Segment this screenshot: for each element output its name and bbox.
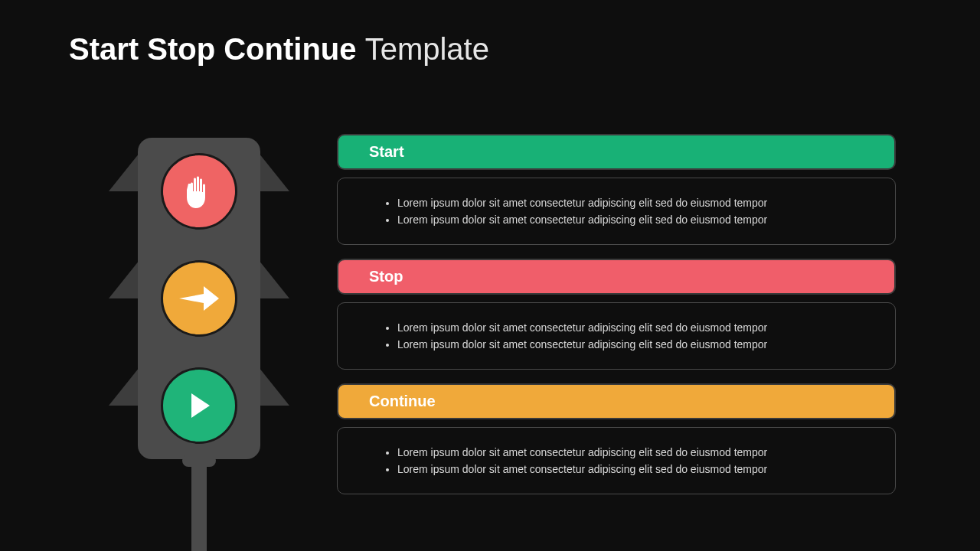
stop-hand-icon [161, 153, 237, 230]
traffic-light-body [138, 138, 260, 459]
section-start: Start Lorem ipsum dolor sit amet consect… [337, 134, 896, 245]
fin-icon [259, 153, 289, 191]
fin-icon [109, 367, 139, 406]
section-header-start: Start [337, 134, 896, 170]
section-header-stop: Stop [337, 259, 896, 295]
section-header-continue: Continue [337, 383, 896, 419]
traffic-light [100, 138, 299, 551]
bullet-item: Lorem ipsum dolor sit amet consectetur a… [397, 446, 864, 458]
title-thin: Template [365, 32, 489, 66]
section-body-continue: Lorem ipsum dolor sit amet consectetur a… [337, 427, 896, 494]
fin-icon [259, 367, 289, 406]
arrow-right-icon [161, 260, 237, 337]
traffic-light-pole [191, 459, 207, 551]
fin-icon [259, 260, 289, 298]
section-continue: Continue Lorem ipsum dolor sit amet cons… [337, 383, 896, 494]
bullet-item: Lorem ipsum dolor sit amet consectetur a… [397, 338, 864, 350]
bullet-item: Lorem ipsum dolor sit amet consectetur a… [397, 197, 864, 209]
title-bold: Start Stop Continue [69, 32, 357, 66]
section-body-stop: Lorem ipsum dolor sit amet consectetur a… [337, 302, 896, 370]
section-body-start: Lorem ipsum dolor sit amet consectetur a… [337, 178, 896, 245]
bullet-item: Lorem ipsum dolor sit amet consectetur a… [397, 214, 864, 226]
bullet-item: Lorem ipsum dolor sit amet consectetur a… [397, 321, 864, 334]
content-column: Start Lorem ipsum dolor sit amet consect… [337, 134, 896, 508]
slide-title: Start Stop Continue Template [69, 32, 489, 67]
fin-icon [109, 260, 139, 298]
section-stop: Stop Lorem ipsum dolor sit amet consecte… [337, 259, 896, 370]
bullet-item: Lorem ipsum dolor sit amet consectetur a… [397, 463, 864, 475]
fin-icon [109, 153, 139, 191]
play-icon [161, 367, 237, 444]
